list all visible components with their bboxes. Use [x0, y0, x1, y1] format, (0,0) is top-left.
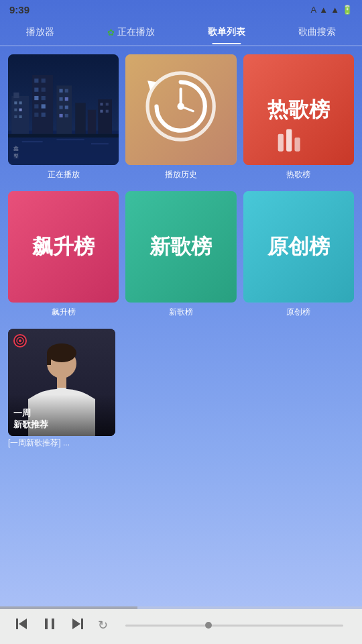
svg-rect-33	[100, 103, 103, 105]
svg-rect-24	[59, 97, 62, 101]
svg-rect-19	[34, 113, 38, 117]
nav-playlist[interactable]: 歌单列表	[202, 22, 251, 42]
card-nowplaying[interactable]: 鑫 整 正在播放	[8, 54, 119, 180]
svg-rect-31	[88, 110, 96, 134]
history-image	[125, 54, 236, 165]
status-time: 9:39	[9, 4, 29, 15]
wifi-icon: ▲	[319, 5, 328, 15]
nowplaying-sub1: 鑫	[13, 145, 19, 152]
svg-rect-37	[8, 134, 119, 138]
svg-rect-15	[34, 96, 38, 100]
weekly-overlay-text2: 新歌推荐	[13, 419, 110, 431]
svg-rect-68	[52, 619, 54, 629]
svg-rect-38	[22, 141, 43, 142]
svg-rect-62	[57, 377, 66, 388]
original-image: 原创榜	[243, 191, 354, 302]
flower-icon: ✿	[107, 28, 115, 38]
svg-point-64	[19, 339, 21, 342]
newsongs-image: 新歌榜	[125, 191, 236, 302]
svg-rect-28	[59, 114, 62, 117]
nowplaying-sub2: 整	[13, 152, 19, 160]
nav-player-label: 播放器	[26, 26, 54, 38]
player-controls: ↻	[13, 616, 349, 635]
svg-point-60	[47, 343, 76, 362]
svg-text:新歌榜: 新歌榜	[149, 235, 213, 258]
weekly-image: 一周 新歌推荐	[8, 329, 115, 436]
svg-rect-4	[14, 101, 17, 104]
svg-rect-61	[47, 353, 51, 365]
nav-search[interactable]: 歌曲搜索	[293, 22, 341, 42]
svg-point-46	[178, 103, 184, 109]
svg-rect-5	[19, 101, 22, 104]
grid-row-1: 鑫 整 正在播放	[8, 54, 354, 180]
svg-rect-23	[65, 89, 68, 93]
svg-rect-40	[91, 143, 109, 144]
svg-rect-17	[34, 104, 38, 108]
svg-rect-26	[59, 105, 62, 109]
grid-row-2: 飙升榜 飙升榜 新歌榜 新歌榜	[8, 191, 354, 317]
svg-rect-50	[286, 129, 292, 152]
svg-marker-66	[19, 619, 27, 629]
svg-rect-12	[42, 78, 46, 83]
nav-player[interactable]: 播放器	[21, 22, 60, 42]
progress-thumb	[205, 622, 212, 629]
weekly-logo	[13, 334, 27, 347]
nav-nowplaying-label: 正在播放	[117, 26, 155, 38]
original-label: 原创榜	[286, 307, 310, 318]
svg-rect-34	[106, 103, 109, 105]
input-icon: A	[311, 5, 317, 15]
svg-rect-13	[34, 88, 38, 92]
svg-text:飙升榜: 飙升榜	[32, 235, 95, 258]
next-button[interactable]	[70, 616, 86, 635]
svg-rect-67	[45, 619, 48, 629]
svg-text:原创榜: 原创榜	[267, 235, 330, 258]
battery-icon: 🔋	[342, 5, 353, 15]
svg-rect-25	[65, 97, 68, 101]
signal-icon: ▲	[330, 5, 339, 15]
svg-rect-49	[278, 134, 283, 152]
weekly-overlay: 一周 新歌推荐	[8, 394, 115, 436]
svg-rect-20	[42, 113, 46, 117]
svg-rect-21	[56, 85, 72, 133]
nowplaying-bg: 鑫 整	[8, 54, 119, 165]
rising-label: 飙升榜	[52, 307, 76, 318]
svg-marker-70	[72, 619, 80, 629]
nav-search-label: 歌曲搜索	[298, 26, 336, 38]
hot-image: 热歌榜	[243, 54, 354, 165]
top-nav: 播放器 ✿ 正在播放 歌单列表 歌曲搜索	[0, 18, 362, 42]
weekly-row: 一周 新歌推荐 [一周新歌推荐] ...	[8, 329, 354, 449]
svg-rect-39	[56, 139, 84, 140]
weekly-card[interactable]: 一周 新歌推荐 [一周新歌推荐] ...	[8, 329, 115, 449]
rising-image: 飙升榜	[8, 191, 119, 302]
card-newsongs[interactable]: 新歌榜 新歌榜	[125, 191, 236, 317]
svg-rect-7	[19, 109, 22, 111]
nav-nowplaying[interactable]: ✿ 正在播放	[102, 22, 160, 42]
status-icons: A ▲ ▲ 🔋	[311, 5, 353, 15]
svg-rect-51	[294, 138, 300, 152]
shuffle-button[interactable]: ↻	[98, 619, 108, 631]
svg-rect-22	[59, 89, 62, 93]
progress-slider[interactable]	[125, 625, 343, 627]
history-label: 播放历史	[165, 169, 197, 180]
status-bar: 9:39 A ▲ ▲ 🔋	[0, 0, 362, 18]
svg-rect-65	[16, 619, 18, 629]
prev-button[interactable]	[13, 616, 29, 635]
weekly-label: [一周新歌推荐] ...	[8, 438, 70, 447]
svg-rect-69	[81, 619, 83, 629]
card-rising[interactable]: 飙升榜 飙升榜	[8, 191, 119, 317]
svg-rect-18	[42, 104, 46, 108]
nowplaying-label: 正在播放	[48, 169, 80, 180]
card-original[interactable]: 原创榜 原创榜	[243, 191, 354, 317]
pause-button[interactable]	[42, 616, 58, 635]
newsongs-label: 新歌榜	[169, 307, 193, 318]
main-content: 鑫 整 正在播放	[0, 46, 362, 606]
svg-rect-8	[14, 115, 17, 118]
card-history[interactable]: 播放历史	[125, 54, 236, 180]
card-hot[interactable]: 热歌榜 热歌榜	[243, 54, 354, 180]
svg-rect-29	[65, 114, 68, 117]
weekly-overlay-text1: 一周	[13, 408, 110, 419]
svg-rect-27	[65, 105, 68, 109]
hot-label: 热歌榜	[286, 169, 310, 180]
svg-rect-3	[13, 93, 19, 98]
svg-rect-9	[19, 115, 22, 118]
